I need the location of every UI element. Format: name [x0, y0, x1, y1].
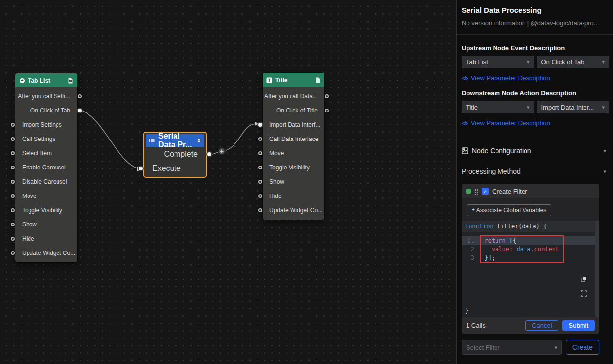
port-show[interactable]	[11, 223, 15, 226]
port-update-widget-config[interactable]	[258, 208, 262, 212]
port-complete[interactable]	[207, 152, 211, 156]
expand-icon[interactable]	[581, 290, 587, 297]
code-editor[interactable]: function filter(data) { 1⌄ return [{ 2 v…	[462, 221, 599, 317]
port-after-you-call-data[interactable]	[325, 94, 329, 98]
input-port-row[interactable]: Disable Carousel	[15, 174, 77, 189]
port-toggle-visibility[interactable]	[258, 166, 262, 169]
port-on-click-of-title[interactable]	[325, 109, 329, 112]
property-token: value:	[477, 246, 513, 252]
upstream-node-select[interactable]: Tab List ▾	[462, 56, 534, 68]
input-port-row[interactable]: Show	[15, 217, 77, 231]
input-port-row[interactable]: Move	[263, 146, 324, 160]
port-label: Import Data Interf...	[269, 121, 320, 128]
code-line-3[interactable]: 3 }];	[462, 253, 599, 262]
code-line-1[interactable]: 1⌄ return [{	[462, 236, 599, 245]
node-title[interactable]: Title After you call Data... On Click of…	[263, 73, 324, 220]
button-label: Associate Global Variables	[476, 207, 547, 214]
port-disable-carousel[interactable]	[11, 180, 15, 184]
input-port-row[interactable]: Enable Carousel	[15, 160, 77, 174]
create-filter-button[interactable]: Create	[566, 340, 599, 355]
copy-icon[interactable]	[580, 276, 587, 283]
port-import-settings[interactable]	[11, 123, 15, 127]
port-label: Execute	[152, 164, 181, 173]
node-tab-list-header[interactable]: Tab List	[15, 73, 77, 87]
port-label: Update Widget Co...	[22, 250, 75, 256]
node-canvas[interactable]: Tab List After you call Setti... On Clic…	[0, 0, 456, 364]
output-port-row[interactable]: On Click of Title	[263, 103, 324, 117]
document-icon[interactable]	[68, 78, 73, 84]
port-hide[interactable]	[11, 237, 15, 241]
upstream-view-parameter-link[interactable]: </> View Parameter Description	[462, 74, 609, 82]
associate-global-variables-button[interactable]: +Associate Global Variables	[467, 204, 551, 216]
node-tab-list[interactable]: Tab List After you call Setti... On Clic…	[15, 73, 77, 262]
downstream-action-select[interactable]: Import Data Inter... ▾	[537, 101, 610, 113]
port-import-data-interface[interactable]	[258, 123, 262, 127]
input-port-row[interactable]: Select Item	[15, 146, 77, 160]
node-title-header[interactable]: Title	[263, 73, 324, 87]
input-port-row[interactable]: Call Settings	[15, 132, 77, 146]
tab-list-widget-icon	[19, 78, 25, 84]
output-port-row[interactable]: On Click of Tab	[15, 103, 77, 117]
port-execute[interactable]	[139, 167, 143, 170]
port-hide[interactable]	[258, 194, 262, 198]
downstream-view-parameter-link[interactable]: </> View Parameter Description	[462, 119, 609, 127]
input-port-row[interactable]: Move	[15, 189, 77, 203]
input-port-row[interactable]: Toggle Visibility	[15, 203, 77, 217]
port-update-widget-config[interactable]	[11, 251, 15, 255]
port-toggle-visibility[interactable]	[11, 208, 15, 212]
input-port-row[interactable]: Import Data Interf...	[263, 117, 324, 132]
port-call-data-interface[interactable]	[258, 137, 262, 141]
port-on-click-of-tab[interactable]	[78, 109, 82, 112]
link-label: View Parameter Description	[471, 74, 550, 82]
input-port-row[interactable]: Hide	[15, 231, 77, 246]
filter-card-body: +Associate Global Variables	[462, 198, 599, 221]
input-port-row[interactable]: Call Data Interface	[263, 132, 324, 146]
input-port-row[interactable]: Update Widget Co...	[263, 203, 324, 217]
submit-button[interactable]: Submit	[562, 320, 595, 331]
port-select-item[interactable]	[11, 151, 15, 155]
port-after-you-call-settings[interactable]	[78, 94, 82, 98]
document-icon[interactable]	[315, 77, 321, 83]
node-configuration-section[interactable]: Node Configuration ▾	[462, 147, 609, 155]
input-port-row[interactable]: Import Settings	[15, 117, 77, 132]
upstream-event-select[interactable]: On Click of Tab ▾	[537, 56, 610, 68]
chevron-down-icon: ▾	[602, 104, 605, 111]
section-label: Node Configuration	[472, 147, 531, 155]
node-serial-header[interactable]: Serial Data Pr...	[146, 134, 204, 147]
code-token: [{	[506, 237, 517, 244]
input-port-row[interactable]: Update Widget Co...	[15, 246, 77, 260]
line-number: 1⌄	[462, 237, 477, 244]
keyword-token: function	[465, 223, 494, 230]
select-filter-dropdown[interactable]: Select Filter ▾	[462, 340, 562, 355]
code-line-2[interactable]: 2 value: data.content	[462, 245, 599, 254]
fold-arrow-icon[interactable]: ⌄	[472, 239, 474, 244]
filter-card-header[interactable]: ✓ Create Filter	[462, 184, 599, 198]
filter-enabled-checkbox[interactable]: ✓	[482, 188, 489, 195]
input-port-row[interactable]: Hide	[263, 189, 324, 203]
input-port-row[interactable]: Toggle Visibility	[263, 160, 324, 174]
port-move[interactable]	[258, 151, 262, 155]
link-label: View Parameter Description	[471, 119, 550, 127]
port-label: Move	[269, 150, 284, 157]
chart-image-icon	[462, 147, 468, 154]
input-port-row[interactable]: Show	[263, 174, 324, 189]
output-port-row[interactable]: Complete	[146, 147, 204, 161]
document-icon[interactable]	[197, 138, 201, 143]
port-show[interactable]	[258, 180, 262, 184]
chevron-down-icon: ▾	[527, 104, 530, 111]
add-node-on-wire-button	[218, 148, 225, 155]
downstream-node-select[interactable]: Title ▾	[462, 101, 534, 113]
output-port-row[interactable]: After you call Data...	[263, 89, 324, 103]
port-label: Select Item	[22, 150, 52, 157]
port-label: Toggle Visibility	[22, 207, 62, 214]
port-enable-carousel[interactable]	[11, 166, 15, 169]
output-port-row[interactable]: After you call Setti...	[15, 89, 77, 103]
cancel-button[interactable]: Cancel	[525, 320, 558, 331]
processing-method-section[interactable]: Processing Method ▾	[462, 168, 609, 175]
port-move[interactable]	[11, 194, 15, 198]
code-scrollbar[interactable]	[595, 221, 599, 317]
input-port-row[interactable]: Execute	[146, 161, 204, 175]
port-call-settings[interactable]	[11, 137, 15, 141]
node-serial-data-processing[interactable]: Serial Data Pr... Complete Execute	[143, 132, 207, 178]
drag-handle-icon[interactable]	[474, 188, 478, 195]
